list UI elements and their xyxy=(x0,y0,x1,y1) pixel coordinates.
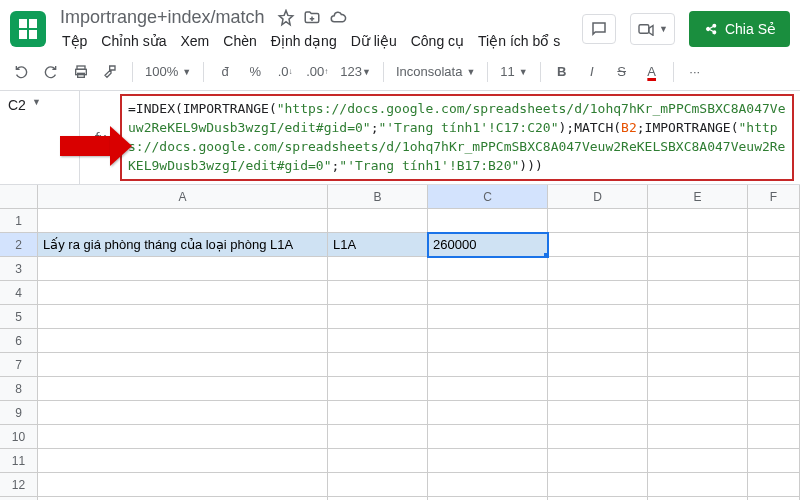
cell[interactable] xyxy=(428,401,548,425)
strike-button[interactable]: S xyxy=(609,59,635,85)
cell[interactable] xyxy=(748,305,800,329)
cell[interactable] xyxy=(748,257,800,281)
spreadsheet-grid[interactable]: 1 2 3 4 5 6 7 8 9 10 11 12 13 A B C D E … xyxy=(0,185,800,500)
cell[interactable] xyxy=(548,353,648,377)
cell[interactable] xyxy=(38,209,328,233)
menu-file[interactable]: Tệp xyxy=(56,31,93,51)
cell[interactable] xyxy=(548,329,648,353)
cell[interactable] xyxy=(428,305,548,329)
share-button[interactable]: Chia Sẻ xyxy=(689,11,790,47)
cell[interactable] xyxy=(648,233,748,257)
cell[interactable] xyxy=(428,473,548,497)
cell[interactable] xyxy=(748,425,800,449)
bold-button[interactable]: B xyxy=(549,59,575,85)
cell[interactable] xyxy=(328,377,428,401)
undo-button[interactable] xyxy=(8,59,34,85)
cell[interactable] xyxy=(648,305,748,329)
comment-history-button[interactable] xyxy=(582,14,616,44)
select-all-corner[interactable] xyxy=(0,185,38,209)
font-select[interactable]: Inconsolata▼ xyxy=(392,64,479,79)
row-header[interactable]: 5 xyxy=(0,305,38,329)
row-header[interactable]: 1 xyxy=(0,209,38,233)
star-icon[interactable] xyxy=(277,9,295,27)
cell[interactable] xyxy=(648,401,748,425)
active-cell[interactable]: 260000 xyxy=(428,233,548,257)
cell[interactable] xyxy=(648,329,748,353)
percent-button[interactable]: % xyxy=(242,59,268,85)
cell[interactable]: Lấy ra giá phòng tháng của loại phòng L1… xyxy=(38,233,328,257)
cell[interactable] xyxy=(748,329,800,353)
cell[interactable] xyxy=(648,377,748,401)
menu-view[interactable]: Xem xyxy=(175,31,216,51)
row-header[interactable]: 9 xyxy=(0,401,38,425)
cell[interactable] xyxy=(748,449,800,473)
cell[interactable] xyxy=(748,401,800,425)
menu-tools[interactable]: Công cụ xyxy=(405,31,470,51)
cell[interactable] xyxy=(38,377,328,401)
doc-name[interactable]: Importrange+index/match xyxy=(56,6,269,29)
cell[interactable] xyxy=(38,401,328,425)
cell[interactable] xyxy=(328,353,428,377)
move-folder-icon[interactable] xyxy=(303,9,321,27)
row-header[interactable]: 6 xyxy=(0,329,38,353)
cell[interactable] xyxy=(428,353,548,377)
col-header[interactable]: D xyxy=(548,185,648,209)
cell[interactable] xyxy=(328,425,428,449)
cell[interactable] xyxy=(648,353,748,377)
cell[interactable] xyxy=(548,473,648,497)
row-header[interactable]: 4 xyxy=(0,281,38,305)
cell[interactable] xyxy=(648,209,748,233)
col-header[interactable]: A xyxy=(38,185,328,209)
row-header[interactable]: 11 xyxy=(0,449,38,473)
cell[interactable] xyxy=(428,209,548,233)
cell[interactable] xyxy=(328,401,428,425)
cell[interactable] xyxy=(38,449,328,473)
more-toolbar-button[interactable]: ··· xyxy=(682,59,708,85)
cell[interactable] xyxy=(38,257,328,281)
cell[interactable] xyxy=(428,449,548,473)
row-header[interactable]: 3 xyxy=(0,257,38,281)
cell[interactable] xyxy=(328,257,428,281)
menu-data[interactable]: Dữ liệu xyxy=(345,31,403,51)
cell[interactable] xyxy=(328,281,428,305)
cell[interactable] xyxy=(748,353,800,377)
print-button[interactable] xyxy=(68,59,94,85)
cell[interactable] xyxy=(748,377,800,401)
cloud-saved-icon[interactable] xyxy=(329,9,347,27)
cell[interactable] xyxy=(38,305,328,329)
menu-extensions[interactable]: Tiện ích bổ s xyxy=(472,31,566,51)
cell[interactable]: L1A xyxy=(328,233,428,257)
cell[interactable] xyxy=(428,329,548,353)
cell[interactable] xyxy=(548,233,648,257)
cell[interactable] xyxy=(328,473,428,497)
cell[interactable] xyxy=(428,281,548,305)
row-header[interactable]: 7 xyxy=(0,353,38,377)
cell[interactable] xyxy=(38,281,328,305)
menu-insert[interactable]: Chèn xyxy=(217,31,262,51)
meet-present-button[interactable]: ▼ xyxy=(630,13,675,45)
cell[interactable] xyxy=(748,281,800,305)
cell[interactable] xyxy=(428,425,548,449)
cell[interactable] xyxy=(548,449,648,473)
row-header[interactable]: 12 xyxy=(0,473,38,497)
decrease-decimal-button[interactable]: .0↓ xyxy=(272,59,298,85)
cell[interactable] xyxy=(748,209,800,233)
cell[interactable] xyxy=(548,425,648,449)
paint-format-button[interactable] xyxy=(98,59,124,85)
cell[interactable] xyxy=(548,305,648,329)
font-size-select[interactable]: 11▼ xyxy=(496,64,531,79)
cell[interactable] xyxy=(648,257,748,281)
cell[interactable] xyxy=(328,329,428,353)
cell[interactable] xyxy=(548,377,648,401)
col-header[interactable]: F xyxy=(748,185,800,209)
number-format-button[interactable]: 123▼ xyxy=(336,59,375,85)
cell[interactable] xyxy=(648,425,748,449)
cell[interactable] xyxy=(38,425,328,449)
cell[interactable] xyxy=(548,401,648,425)
row-header[interactable]: 2 xyxy=(0,233,38,257)
cell[interactable] xyxy=(428,377,548,401)
col-header[interactable]: E xyxy=(648,185,748,209)
row-header[interactable]: 8 xyxy=(0,377,38,401)
cell[interactable] xyxy=(748,473,800,497)
menu-edit[interactable]: Chỉnh sửa xyxy=(95,31,172,51)
